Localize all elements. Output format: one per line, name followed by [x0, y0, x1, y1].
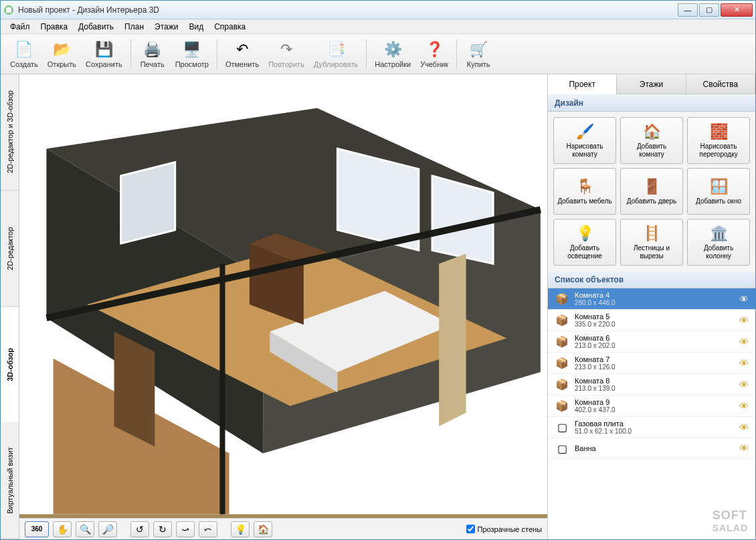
object-name: Ванна	[575, 444, 734, 452]
column-icon: 🏛️	[709, 224, 728, 243]
object-dims: 213.0 x 126.0	[575, 363, 734, 371]
object-dims: 51.0 x 62.1 x 100.0	[575, 428, 734, 435]
transparent-walls-input[interactable]	[466, 525, 475, 533]
add-column-button[interactable]: 🏛️ Добавить колонну	[687, 219, 750, 266]
redo-icon: ↷	[277, 40, 296, 59]
light-button[interactable]: 💡	[231, 521, 250, 537]
window-controls: — ▢ ✕	[678, 3, 753, 17]
object-item[interactable]: 📦 Комната 6 213.0 x 202.0 👁	[548, 331, 755, 353]
object-dims: 213.0 x 202.0	[575, 342, 734, 349]
zoom-in-button[interactable]: 🔍	[76, 521, 94, 537]
tab-properties[interactable]: Свойства	[686, 74, 755, 94]
object-name: Комната 4	[575, 291, 734, 299]
draw-room-button[interactable]: 🖌️ Нарисовать комнату	[553, 117, 616, 164]
visibility-icon[interactable]: 👁	[739, 315, 749, 326]
buy-button[interactable]: 🛒 Купить	[461, 37, 496, 72]
preview-button[interactable]: 🖥️ Просмотр	[171, 37, 213, 72]
object-item[interactable]: 📦 Комната 4 280.0 x 446.0 👁	[548, 288, 755, 310]
object-name: Комната 8	[575, 377, 734, 385]
save-button[interactable]: 💾 Сохранить	[82, 37, 126, 72]
3d-viewport[interactable]	[19, 74, 547, 518]
redo-button[interactable]: ↷ Повторить	[264, 37, 308, 72]
cube-icon: ▢	[555, 441, 569, 456]
menu-add[interactable]: Добавить	[73, 21, 119, 33]
visibility-icon[interactable]: 👁	[739, 443, 749, 454]
add-room-button[interactable]: 🏠 Добавить комнату	[620, 117, 683, 164]
btn-360[interactable]: 360	[25, 521, 49, 537]
home-icon: 🏠	[258, 524, 269, 535]
tab-floors-right[interactable]: Этажи	[617, 74, 686, 94]
open-button[interactable]: 📂 Открыть	[43, 37, 80, 72]
viewport-controls: 360 ✋ 🔍 🔎 ↺ ↻ ⤻ ⤺ 💡 🏠 Прозрачные стены	[19, 518, 547, 539]
visibility-icon[interactable]: 👁	[739, 422, 749, 433]
visibility-icon[interactable]: 👁	[739, 401, 749, 412]
object-item[interactable]: ▢ Газовая плита 51.0 x 62.1 x 100.0 👁	[548, 417, 755, 438]
app-window: Новый проект - Дизайн Интерьера 3D — ▢ ✕…	[0, 0, 756, 540]
tab-2d[interactable]: 2D-редактор	[1, 191, 19, 307]
manual-button[interactable]: ❓ Учебник	[416, 37, 452, 72]
menu-help[interactable]: Справка	[209, 21, 251, 33]
undo-button[interactable]: ↶ Отменить	[221, 37, 263, 72]
home-button[interactable]: 🏠	[254, 521, 272, 537]
add-lighting-button[interactable]: 💡 Добавить освещение	[553, 219, 616, 266]
hand-icon: ✋	[57, 524, 68, 535]
object-item[interactable]: ▢ Ванна 👁	[548, 438, 755, 459]
object-item[interactable]: 📦 Комната 8 213.0 x 139.0 👁	[548, 374, 755, 395]
3d-scene-svg	[19, 74, 547, 515]
draw-partition-button[interactable]: 🧱 Нарисовать перегородку	[687, 117, 750, 164]
tab-3d[interactable]: 3D-обзор	[1, 307, 19, 424]
design-grid: 🖌️ Нарисовать комнату 🏠 Добавить комнату…	[548, 112, 755, 271]
print-button[interactable]: 🖨️ Печать	[135, 37, 170, 72]
visibility-icon[interactable]: 👁	[739, 358, 749, 369]
object-name: Газовая плита	[575, 420, 734, 428]
create-button[interactable]: 📄 Создать	[6, 37, 42, 72]
add-door-button[interactable]: 🚪 Добавить дверь	[620, 168, 683, 215]
tilt-down-button[interactable]: ⤺	[199, 521, 217, 537]
objects-header: Список объектов	[548, 271, 755, 288]
visibility-icon[interactable]: 👁	[739, 337, 749, 347]
zoom-out-button[interactable]: 🔎	[98, 521, 117, 537]
close-button[interactable]: ✕	[721, 3, 753, 17]
add-window-button[interactable]: 🪟 Добавить окно	[687, 168, 750, 215]
object-item[interactable]: 📦 Комната 7 213.0 x 126.0 👁	[548, 353, 755, 374]
menu-view[interactable]: Вид	[183, 21, 209, 33]
maximize-button[interactable]: ▢	[699, 3, 719, 17]
tilt-up-button[interactable]: ⤻	[176, 521, 195, 537]
rotate-left-button[interactable]: ↺	[130, 521, 149, 537]
view-tabs: 2D-редактор и 3D-обзор 2D-редактор 3D-об…	[1, 74, 19, 539]
folder-icon: 📂	[52, 40, 71, 59]
menu-edit[interactable]: Правка	[35, 21, 74, 33]
tab-project[interactable]: Проект	[548, 74, 617, 94]
stairs-button[interactable]: 🪜 Лестницы и вырезы	[620, 219, 683, 266]
design-header: Дизайн	[548, 94, 755, 112]
menubar: Файл Правка Добавить План Этажи Вид Спра…	[1, 19, 755, 34]
tab-virtual[interactable]: Виртуальный визит	[1, 423, 19, 539]
svg-marker-15	[114, 331, 155, 446]
object-name: Комната 7	[575, 355, 734, 363]
pan-button[interactable]: ✋	[53, 521, 72, 537]
object-item[interactable]: 📦 Комната 5 335.0 x 220.0 👁	[548, 310, 755, 331]
stairs-icon: 🪜	[642, 224, 661, 243]
svg-marker-10	[121, 163, 175, 244]
add-furniture-button[interactable]: 🪑 Добавить мебель	[553, 168, 616, 215]
transparent-walls-checkbox[interactable]: Прозрачные стены	[466, 525, 542, 533]
rotate-right-button[interactable]: ↻	[153, 521, 172, 537]
object-list[interactable]: 📦 Комната 4 280.0 x 446.0 👁 📦 Комната 5 …	[548, 288, 755, 539]
tab-2d-3d[interactable]: 2D-редактор и 3D-обзор	[1, 74, 19, 191]
chair-icon: 🪑	[575, 177, 594, 196]
menu-plan[interactable]: План	[119, 21, 149, 33]
panel-tabs: Проект Этажи Свойства	[548, 74, 755, 94]
separator	[217, 39, 217, 69]
visibility-icon[interactable]: 👁	[739, 294, 749, 304]
object-item[interactable]: 📦 Комната 9 402.0 x 437.0 👁	[548, 395, 755, 417]
minimize-button[interactable]: —	[678, 3, 698, 17]
menu-file[interactable]: Файл	[5, 21, 35, 33]
object-dims: 213.0 x 139.0	[575, 385, 734, 392]
right-panel: Проект Этажи Свойства Дизайн 🖌️ Нарисова…	[548, 74, 755, 539]
settings-button[interactable]: ⚙️ Настройки	[371, 37, 415, 72]
duplicate-button[interactable]: 📑 Дублировать	[310, 37, 362, 72]
visibility-icon[interactable]: 👁	[739, 379, 749, 390]
door-icon: 🚪	[642, 177, 661, 196]
cube-icon: 📦	[555, 292, 569, 306]
menu-floors[interactable]: Этажи	[149, 21, 183, 33]
